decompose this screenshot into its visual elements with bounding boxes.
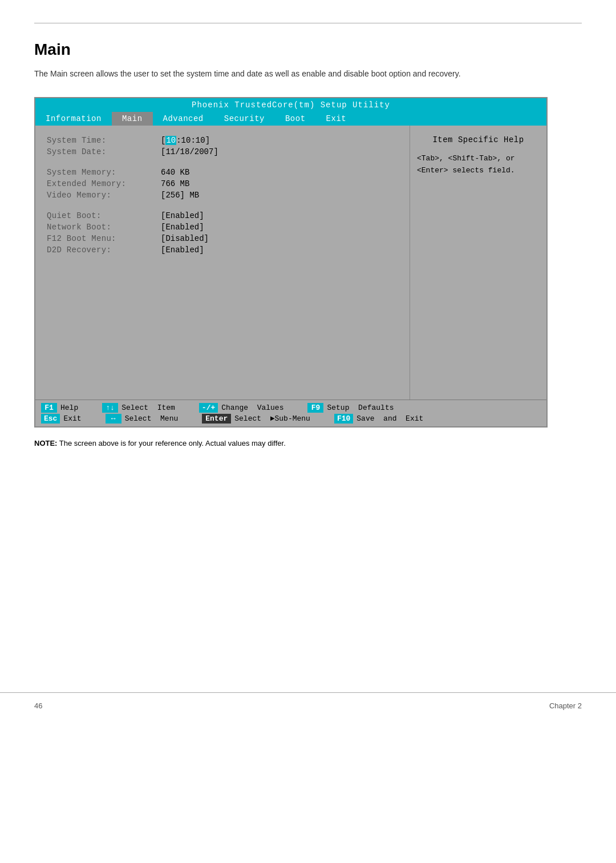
f1-key: F1 [41,403,57,413]
bios-footer-row1: F1 Help ↑↓ Select Item -/+ Change Values… [41,403,541,413]
bios-body: System Time: [10:10:10] System Date: [11… [35,126,546,400]
page-description: The Main screen allows the user to set t… [34,68,502,80]
bios-menu-bar: Information Main Advanced Security Boot … [35,112,546,126]
esc-label: Exit [63,414,81,423]
system-memory-value: 640 KB [161,168,189,177]
d2d-recovery-label: D2D Recovery: [47,245,161,255]
gap1 [47,159,398,168]
f9-label: Setup Defaults [327,404,394,412]
video-memory-row: Video Memory: [256] MB [47,191,398,200]
f12-boot-menu-row: F12 Boot Menu: [Disabled] [47,234,398,243]
bios-help-panel: Item Specific Help <Tab>, <Shift-Tab>, o… [410,126,546,400]
bios-menu-information[interactable]: Information [35,112,112,126]
enter-label: Select ►Sub-Menu [234,414,310,423]
system-time-highlight: 10 [165,136,176,145]
bios-menu-main[interactable]: Main [112,112,153,126]
bios-footer-row2: Esc Exit ↔ Select Menu Enter Select ►Sub… [41,414,541,424]
video-memory-value: [256] MB [161,191,199,200]
note-text: NOTE: The screen above is for your refer… [34,439,582,447]
system-time-value: [10:10:10] [161,136,210,145]
extended-memory-label: Extended Memory: [47,179,161,188]
d2d-recovery-value: [Enabled] [161,245,204,255]
system-date-value: [11/18/2007] [161,147,218,156]
updown-label: Select Item [121,404,175,412]
updown-key: ↑↓ [102,403,118,413]
system-date-row: System Date: [11/18/2007] [47,147,398,156]
network-boot-row: Network Boot: [Enabled] [47,223,398,232]
bios-menu-advanced[interactable]: Advanced [153,112,214,126]
bios-main-panel: System Time: [10:10:10] System Date: [11… [35,126,410,400]
f1-label: Help [60,404,78,412]
top-rule [34,23,582,23]
quiet-boot-row: Quiet Boot: [Enabled] [47,211,398,220]
system-time-label: System Time: [47,136,161,145]
bios-help-text: <Tab>, <Shift-Tab>, or <Enter> selects f… [417,153,540,177]
extended-memory-row: Extended Memory: 766 MB [47,179,398,188]
d2d-recovery-row: D2D Recovery: [Enabled] [47,245,398,255]
system-date-label: System Date: [47,147,161,156]
spacer [34,470,582,699]
bios-screenshot-box: Phoenix TrustedCore(tm) Setup Utility In… [34,97,548,428]
quiet-boot-label: Quiet Boot: [47,211,161,220]
bottom-rule [0,692,616,693]
chapter-label: Chapter 2 [549,701,582,710]
network-boot-value: [Enabled] [161,223,204,232]
bios-menu-security[interactable]: Security [214,112,275,126]
bios-help-title: Item Specific Help [417,134,540,146]
bios-menu-boot[interactable]: Boot [275,112,316,126]
bios-title-bar: Phoenix TrustedCore(tm) Setup Utility [35,98,546,112]
system-memory-row: System Memory: 640 KB [47,168,398,177]
f12-boot-menu-label: F12 Boot Menu: [47,234,161,243]
leftright-label: Select Menu [125,414,179,423]
system-time-row: System Time: [10:10:10] [47,136,398,145]
system-memory-label: System Memory: [47,168,161,177]
video-memory-label: Video Memory: [47,191,161,200]
page-title: Main [34,41,582,59]
esc-key: Esc [41,414,60,424]
bios-menu-exit[interactable]: Exit [316,112,357,126]
plusminus-key: -/+ [199,403,218,413]
f12-boot-menu-value: [Disabled] [161,234,209,243]
enter-key: Enter [202,414,231,424]
bios-footer: F1 Help ↑↓ Select Item -/+ Change Values… [35,400,546,426]
leftright-key: ↔ [106,414,121,424]
page-number: 46 [34,701,42,710]
network-boot-label: Network Boot: [47,223,161,232]
gap2 [47,202,398,211]
plusminus-label: Change Values [221,404,283,412]
bottom-bar: 46 Chapter 2 [34,701,582,710]
f9-key: F9 [307,403,323,413]
extended-memory-value: 766 MB [161,179,189,188]
f10-key: F10 [334,414,353,424]
quiet-boot-value: [Enabled] [161,211,204,220]
f10-label: Save and Exit [356,414,423,423]
